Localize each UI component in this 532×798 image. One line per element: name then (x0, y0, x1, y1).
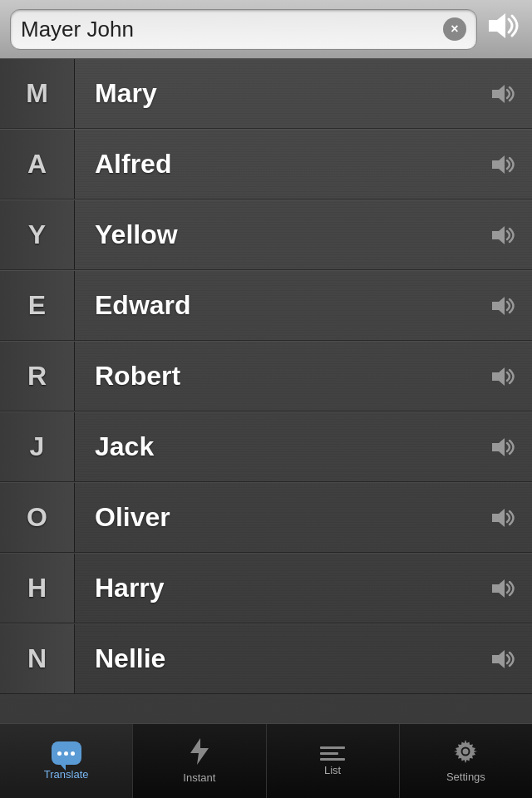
phonetic-letter: Y (28, 219, 46, 250)
phonetic-name: Robert (95, 361, 180, 391)
list-row[interactable]: O Oliver (0, 482, 532, 553)
letter-column: R (0, 342, 75, 411)
svg-marker-4 (492, 297, 505, 315)
list-row[interactable]: J Jack (0, 411, 532, 482)
speaker-column[interactable] (474, 648, 532, 670)
tab-list[interactable]: List (267, 724, 400, 798)
header-speaker-button[interactable] (485, 11, 522, 47)
svg-marker-1 (492, 85, 505, 103)
list-row[interactable]: H Harry (0, 553, 532, 623)
name-column: Jack (75, 431, 474, 462)
speaker-column[interactable] (474, 83, 532, 105)
bolt-icon (190, 738, 209, 768)
clear-button[interactable]: × (443, 17, 466, 41)
letter-column: O (0, 483, 75, 552)
search-bar: × (0, 0, 532, 58)
tab-translate-label: Translate (44, 768, 89, 781)
name-column: Oliver (75, 502, 474, 533)
speaker-icon (490, 578, 515, 599)
speaker-icon (490, 295, 515, 317)
speaker-column[interactable] (474, 295, 532, 317)
speaker-icon (490, 366, 515, 387)
phonetic-name: Nellie (95, 643, 165, 673)
list-row[interactable]: R Robert (0, 341, 532, 411)
phonetic-letter: O (27, 502, 47, 533)
phonetic-name: Edward (95, 290, 191, 320)
speaker-icon (490, 224, 515, 246)
tab-instant-label: Instant (183, 771, 215, 784)
svg-marker-8 (492, 579, 505, 598)
svg-point-13 (463, 749, 469, 755)
tab-settings[interactable]: Settings (400, 724, 532, 798)
tab-instant[interactable]: Instant (133, 724, 266, 798)
letter-column: A (0, 130, 75, 199)
letter-column: J (0, 412, 75, 481)
svg-marker-6 (492, 438, 505, 456)
letter-column: Y (0, 200, 75, 269)
name-column: Robert (75, 361, 474, 392)
phonetic-name: Yellow (95, 219, 178, 249)
phonetic-name: Harry (95, 573, 165, 603)
phonetic-letter: H (27, 573, 47, 603)
phonetic-letter: R (27, 361, 47, 392)
gear-icon (453, 739, 478, 767)
svg-marker-9 (492, 650, 505, 668)
speaker-icon (490, 436, 515, 458)
name-column: Nellie (75, 643, 474, 674)
phonetic-letter: M (26, 78, 48, 109)
phonetic-letter: E (28, 290, 46, 321)
tab-translate[interactable]: Translate (0, 724, 133, 798)
tab-settings-label: Settings (446, 771, 485, 783)
tab-list-label: List (324, 764, 341, 776)
letter-column: M (0, 59, 75, 128)
speaker-column[interactable] (474, 578, 532, 599)
name-column: Alfred (75, 149, 474, 180)
phonetic-list: M Mary A Alfred (0, 58, 532, 723)
phonetic-letter: J (30, 431, 45, 462)
name-column: Edward (75, 290, 474, 321)
speaker-column[interactable] (474, 507, 532, 529)
svg-marker-3 (492, 226, 505, 244)
tab-bar: Translate Instant List Settings (0, 723, 532, 798)
phonetic-name: Alfred (95, 149, 171, 179)
svg-marker-7 (492, 509, 505, 527)
phonetic-letter: A (27, 149, 47, 180)
name-column: Yellow (75, 219, 474, 250)
phonetic-letter: N (27, 643, 47, 674)
search-input-wrapper: × (10, 9, 477, 50)
svg-marker-10 (190, 738, 209, 765)
speaker-column[interactable] (474, 436, 532, 458)
list-row[interactable]: A Alfred (0, 129, 532, 200)
letter-column: N (0, 624, 75, 693)
list-icon (320, 746, 345, 761)
translate-icon (52, 741, 81, 765)
phonetic-name: Mary (95, 78, 157, 108)
svg-marker-5 (492, 367, 505, 386)
speaker-column[interactable] (474, 154, 532, 175)
name-column: Mary (75, 78, 474, 109)
list-row[interactable]: N Nellie (0, 623, 532, 694)
phonetic-name: Oliver (95, 502, 170, 532)
phonetic-name: Jack (95, 431, 154, 461)
list-row[interactable]: M Mary (0, 58, 532, 129)
speaker-column[interactable] (474, 366, 532, 387)
speaker-column[interactable] (474, 224, 532, 246)
speaker-icon (490, 507, 515, 529)
speaker-icon (490, 83, 515, 105)
speaker-icon (490, 648, 515, 670)
name-column: Harry (75, 573, 474, 603)
svg-marker-2 (492, 155, 505, 174)
speaker-icon (490, 154, 515, 175)
list-row[interactable]: Y Yellow (0, 200, 532, 270)
svg-marker-0 (489, 13, 505, 38)
letter-column: E (0, 271, 75, 340)
letter-column: H (0, 554, 75, 623)
list-row[interactable]: E Edward (0, 270, 532, 341)
search-input[interactable] (21, 17, 443, 42)
